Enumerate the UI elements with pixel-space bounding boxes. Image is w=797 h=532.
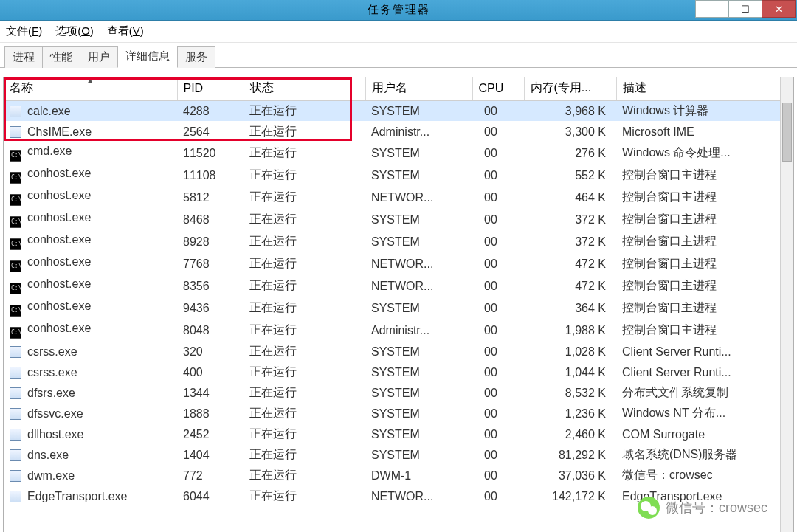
table-row[interactable]: csrss.exe320正在运行SYSTEM001,028 KClient Se… xyxy=(4,342,793,362)
cell-desc: COM Surrogate xyxy=(616,424,793,445)
cell-mem: 37,036 K xyxy=(524,466,616,486)
table-row[interactable]: dwm.exe772正在运行DWM-10037,036 K微信号：crowsec xyxy=(4,466,793,486)
cell-desc: 控制台窗口主进程 xyxy=(616,275,793,297)
cell-desc: Windows 计算器 xyxy=(616,101,793,122)
table-row[interactable]: ChsIME.exe2564正在运行Administr...003,300 KM… xyxy=(4,122,793,142)
col-mem[interactable]: 内存(专用... xyxy=(524,77,616,101)
cell-name: csrss.exe xyxy=(4,342,177,362)
cell-desc: 控制台窗口主进程 xyxy=(616,297,793,319)
process-icon xyxy=(10,346,21,358)
cell-desc: 控制台窗口主进程 xyxy=(616,253,793,275)
cell-cpu: 00 xyxy=(472,445,524,466)
cell-pid: 1344 xyxy=(177,383,244,404)
cell-pid: 2564 xyxy=(177,122,244,142)
minimize-button[interactable]: — xyxy=(695,0,729,18)
window-title: 任务管理器 xyxy=(368,3,430,17)
cell-status: 正在运行 xyxy=(244,101,365,122)
table-row[interactable]: EdgeTransport.exe6044正在运行NETWOR...00142,… xyxy=(4,486,793,507)
cell-user: Administr... xyxy=(365,122,472,142)
vertical-scrollbar[interactable] xyxy=(780,77,793,532)
cell-name: conhost.exe xyxy=(4,319,177,342)
table-row[interactable]: dns.exe1404正在运行SYSTEM0081,292 K域名系统(DNS)… xyxy=(4,445,793,466)
cell-pid: 7768 xyxy=(177,253,244,275)
cell-name: dfsrs.exe xyxy=(4,383,177,404)
cell-mem: 552 K xyxy=(524,165,616,187)
cell-cpu: 00 xyxy=(472,122,524,142)
table-row[interactable]: cmd.exe11520正在运行SYSTEM00276 KWindows 命令处… xyxy=(4,142,793,165)
cell-name: conhost.exe xyxy=(4,165,177,187)
cell-pid: 11520 xyxy=(177,142,244,165)
cell-name: conhost.exe xyxy=(4,297,177,319)
cell-user: DWM-1 xyxy=(365,466,472,486)
cell-status: 正在运行 xyxy=(244,297,365,319)
col-desc[interactable]: 描述 xyxy=(616,77,793,101)
col-name[interactable]: ▲名称 xyxy=(4,77,177,101)
cell-mem: 3,300 K xyxy=(524,122,616,142)
table-row[interactable]: conhost.exe8468正在运行SYSTEM00372 K控制台窗口主进程 xyxy=(4,209,793,231)
cell-pid: 1404 xyxy=(177,445,244,466)
menu-options[interactable]: 选项(O) xyxy=(55,24,94,38)
window-titlebar: 任务管理器 — ☐ ✕ xyxy=(0,0,797,21)
table-row[interactable]: conhost.exe5812正在运行NETWOR...00464 K控制台窗口… xyxy=(4,187,793,209)
cell-name: calc.exe xyxy=(4,101,177,122)
table-row[interactable]: dfsrs.exe1344正在运行SYSTEM008,532 K分布式文件系统复… xyxy=(4,383,793,404)
cell-status: 正在运行 xyxy=(244,187,365,209)
tab-details[interactable]: 详细信息 xyxy=(117,46,178,68)
cell-status: 正在运行 xyxy=(244,275,365,297)
cell-pid: 11108 xyxy=(177,165,244,187)
tab-processes[interactable]: 进程 xyxy=(4,46,43,68)
process-icon xyxy=(10,305,21,317)
cell-status: 正在运行 xyxy=(244,122,365,142)
menu-view[interactable]: 查看(V) xyxy=(107,24,144,38)
cell-user: NETWOR... xyxy=(365,253,472,275)
close-button[interactable]: ✕ xyxy=(762,0,796,18)
table-row[interactable]: conhost.exe8356正在运行NETWOR...00472 K控制台窗口… xyxy=(4,275,793,297)
tab-services[interactable]: 服务 xyxy=(177,46,215,68)
table-row[interactable]: conhost.exe11108正在运行SYSTEM00552 K控制台窗口主进… xyxy=(4,165,793,187)
table-row[interactable]: conhost.exe8048正在运行Administr...001,988 K… xyxy=(4,319,793,342)
table-row[interactable]: csrss.exe400正在运行SYSTEM001,044 KClient Se… xyxy=(4,362,793,383)
cell-pid: 1888 xyxy=(177,404,244,424)
cell-user: SYSTEM xyxy=(365,101,472,122)
cell-desc: EdgeTransport.exe xyxy=(616,486,793,507)
cell-cpu: 00 xyxy=(472,486,524,507)
table-row[interactable]: calc.exe4288正在运行SYSTEM003,968 KWindows 计… xyxy=(4,101,793,122)
cell-desc: 控制台窗口主进程 xyxy=(616,165,793,187)
col-pid[interactable]: PID xyxy=(177,77,244,101)
cell-status: 正在运行 xyxy=(244,209,365,231)
process-icon xyxy=(10,260,21,272)
cell-status: 正在运行 xyxy=(244,319,365,342)
tab-performance[interactable]: 性能 xyxy=(42,46,80,68)
table-row[interactable]: dllhost.exe2452正在运行SYSTEM002,460 KCOM Su… xyxy=(4,424,793,445)
menu-file[interactable]: 文件(F) xyxy=(6,24,42,38)
cell-name: conhost.exe xyxy=(4,231,177,253)
table-row[interactable]: conhost.exe9436正在运行SYSTEM00364 K控制台窗口主进程 xyxy=(4,297,793,319)
cell-name: dfssvc.exe xyxy=(4,404,177,424)
process-icon xyxy=(10,491,21,502)
process-icon xyxy=(10,172,21,184)
col-user[interactable]: 用户名 xyxy=(365,77,472,101)
process-icon xyxy=(10,470,21,482)
cell-name: cmd.exe xyxy=(4,142,177,165)
maximize-button[interactable]: ☐ xyxy=(728,0,762,18)
scrollbar-thumb[interactable] xyxy=(782,103,792,162)
window-buttons: — ☐ ✕ xyxy=(696,0,796,20)
process-icon xyxy=(10,429,21,441)
cell-mem: 2,460 K xyxy=(524,424,616,445)
cell-mem: 1,988 K xyxy=(524,319,616,342)
table-row[interactable]: conhost.exe8928正在运行SYSTEM00372 K控制台窗口主进程 xyxy=(4,231,793,253)
cell-mem: 472 K xyxy=(524,275,616,297)
cell-mem: 1,028 K xyxy=(524,342,616,362)
table-row[interactable]: conhost.exe7768正在运行NETWOR...00472 K控制台窗口… xyxy=(4,253,793,275)
process-icon xyxy=(10,106,21,117)
cell-user: NETWOR... xyxy=(365,187,472,209)
cell-status: 正在运行 xyxy=(244,142,365,165)
col-status[interactable]: 状态 xyxy=(244,77,365,101)
col-cpu[interactable]: CPU xyxy=(472,77,524,101)
tab-users[interactable]: 用户 xyxy=(80,46,118,68)
cell-cpu: 00 xyxy=(472,342,524,362)
cell-pid: 8468 xyxy=(177,209,244,231)
table-row[interactable]: dfssvc.exe1888正在运行SYSTEM001,236 KWindows… xyxy=(4,404,793,424)
cell-user: NETWOR... xyxy=(365,275,472,297)
cell-cpu: 00 xyxy=(472,142,524,165)
